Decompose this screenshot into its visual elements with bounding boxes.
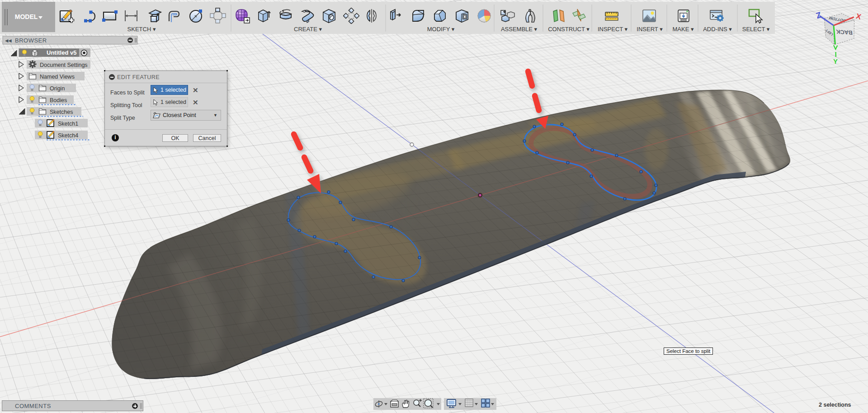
svg-text:MAKE ▾: MAKE ▾ <box>673 26 694 33</box>
svg-text:Sketch1: Sketch1 <box>58 121 78 127</box>
svg-text:CONSTRUCT ▾: CONSTRUCT ▾ <box>548 26 590 33</box>
svg-text:ADD-INS ▾: ADD-INS ▾ <box>703 26 732 33</box>
svg-text:Origin: Origin <box>50 85 65 92</box>
svg-text:BACK: BACK <box>836 28 853 36</box>
svg-text:Named Views: Named Views <box>40 74 75 80</box>
svg-text:ASSEMBLE ▾: ASSEMBLE ▾ <box>501 26 538 33</box>
svg-text:Untitled v5: Untitled v5 <box>47 49 76 56</box>
svg-text:INSERT ▾: INSERT ▾ <box>637 26 663 33</box>
svg-text:X: X <box>855 12 862 21</box>
svg-text:SELECT ▾: SELECT ▾ <box>742 26 770 33</box>
svg-text:CREATE ▾: CREATE ▾ <box>294 26 322 33</box>
svg-text:Y: Y <box>833 57 838 65</box>
svg-text:INSPECT ▾: INSPECT ▾ <box>598 26 628 33</box>
svg-text:◀◀: ◀◀ <box>5 38 12 43</box>
svg-text:Bodies: Bodies <box>50 97 67 103</box>
svg-text:Sketch4: Sketch4 <box>58 132 78 139</box>
svg-text:MODIFY ▾: MODIFY ▾ <box>427 26 455 33</box>
svg-text:Z: Z <box>815 10 822 20</box>
svg-text:Document Settings: Document Settings <box>40 62 88 68</box>
svg-text:BROWSER: BROWSER <box>15 37 47 44</box>
svg-text:Sketches: Sketches <box>50 109 73 115</box>
